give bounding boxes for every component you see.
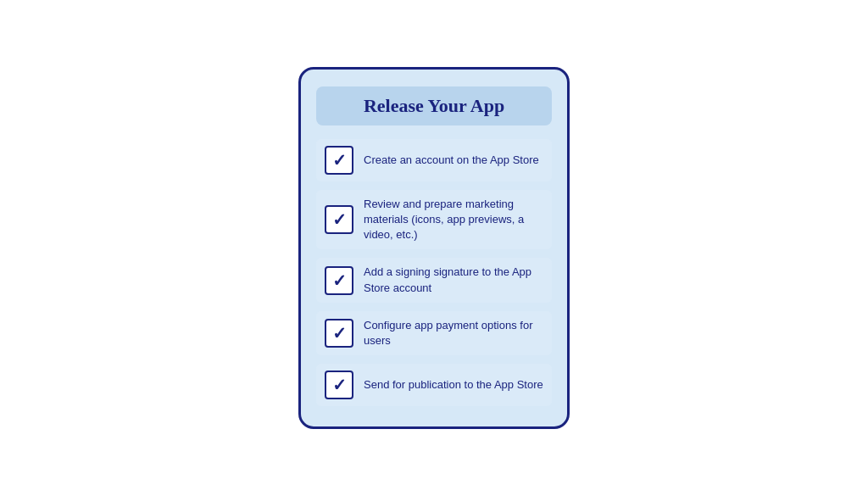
checkbox-3[interactable]: ✓ (325, 266, 353, 295)
release-app-card: Release Your App ✓ Create an account on … (298, 67, 570, 429)
item-text-1: Create an account on the App Store (364, 153, 539, 168)
checkbox-2[interactable]: ✓ (325, 205, 353, 234)
card-title: Release Your App (364, 95, 504, 116)
item-text-5: Send for publication to the App Store (364, 377, 543, 393)
item-text-2: Review and prepare marketing materials (… (364, 197, 543, 243)
checkmark-icon-1: ✓ (332, 152, 347, 169)
checkbox-1[interactable]: ✓ (325, 146, 353, 175)
checklist-item-4: ✓ Configure app payment options for user… (316, 311, 552, 355)
checkmark-icon-4: ✓ (332, 325, 347, 342)
card-title-box: Release Your App (316, 86, 552, 125)
item-text-4: Configure app payment options for users (364, 318, 543, 348)
item-text-3: Add a signing signature to the App Store… (364, 265, 543, 295)
checkbox-5[interactable]: ✓ (325, 371, 353, 399)
checkmark-icon-2: ✓ (332, 211, 347, 228)
checkmark-icon-3: ✓ (332, 272, 347, 289)
checkbox-4[interactable]: ✓ (325, 319, 353, 348)
checklist-item-1: ✓ Create an account on the App Store (316, 139, 552, 181)
checklist-item-5: ✓ Send for publication to the App Store (316, 364, 552, 406)
checkmark-icon-5: ✓ (332, 376, 347, 393)
checklist-item-2: ✓ Review and prepare marketing materials… (316, 190, 552, 250)
checklist-item-3: ✓ Add a signing signature to the App Sto… (316, 258, 552, 302)
